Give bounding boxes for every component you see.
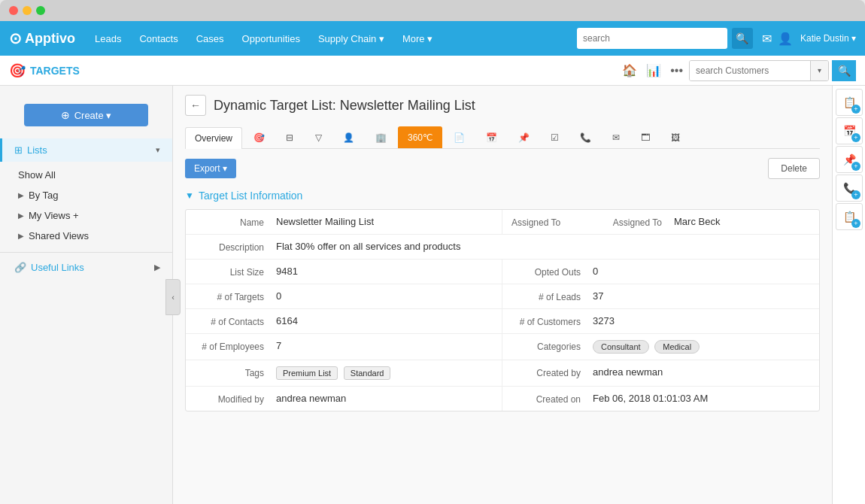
tab-target-icon: 🎯 [253, 132, 265, 143]
form-row-name: Name Newsletter Mailing List Assigned To… [186, 210, 819, 235]
tab-360[interactable]: 360℃ [398, 126, 442, 148]
tags-cell: Tags Premium List Standard [186, 360, 502, 386]
tab-window-icon: 🗔 [641, 132, 650, 143]
delete-label: Delete [781, 163, 807, 174]
sidebar: ⊕ Create ▾ ⊞ Lists ▾ Show All ▶ By Tag ▶… [0, 86, 173, 504]
tab-window[interactable]: 🗔 [631, 126, 660, 148]
targets-logo: 🎯 TARGETS [9, 62, 80, 79]
num-customers-cell: # of Customers 3273 [502, 309, 819, 333]
toolbar: Export ▾ Delete [185, 158, 820, 179]
tabs-bar: Overview 🎯 ⊟ ▽ 👤 🏢 360℃ 📄 [185, 126, 820, 149]
close-btn[interactable] [9, 6, 18, 15]
form-row-contacts: # of Contacts 6164 # of Customers 3273 [186, 309, 819, 334]
name-cell: Name Newsletter Mailing List [186, 210, 502, 234]
form-grid: Name Newsletter Mailing List Assigned To… [185, 209, 820, 411]
tags-label: Tags [195, 366, 270, 378]
home-icon[interactable]: 🏠 [619, 60, 640, 80]
nav-supply-chain[interactable]: Supply Chain ▾ [311, 33, 392, 44]
section-chevron-icon: ▼ [185, 190, 194, 201]
tab-image-icon: 🖼 [671, 132, 680, 143]
created-on-cell: Created on Feb 06, 2018 01:01:03 AM [502, 387, 819, 411]
sidebar-lists-label: Lists [27, 144, 156, 156]
right-btn-2[interactable]: 📅 + [836, 117, 863, 144]
num-contacts-label: # of Contacts [195, 315, 270, 327]
nav-cases[interactable]: Cases [189, 33, 232, 44]
messages-icon[interactable]: ✉ [762, 32, 772, 46]
num-targets-cell: # of Targets 0 [186, 284, 502, 308]
list-size-label: List Size [195, 266, 270, 278]
tab-mail[interactable]: ✉ [602, 126, 630, 148]
sidebar-collapse-button[interactable]: ‹ [165, 279, 181, 315]
maximize-btn[interactable] [36, 6, 45, 15]
customer-search: ▾ [689, 60, 829, 81]
nav-icon-area: ✉ 👤 [762, 32, 793, 46]
sidebar-divider [0, 252, 172, 253]
minimize-btn[interactable] [23, 6, 32, 15]
logo-icon: ⊙ [9, 29, 22, 47]
modified-by-label: Modified by [195, 393, 270, 405]
list-size-value: 9481 [276, 266, 493, 277]
create-label: Create ▾ [74, 110, 112, 121]
page-header: ← Dynamic Target List: Newsletter Mailin… [185, 95, 820, 116]
sidebar-useful-links[interactable]: 🔗 Useful Links ▶ [0, 256, 172, 279]
create-button[interactable]: ⊕ Create ▾ [24, 104, 148, 126]
plus-icon-3: + [851, 162, 860, 171]
profile-icon[interactable]: 👤 [778, 32, 793, 46]
num-leads-cell: # of Leads 37 [502, 284, 819, 308]
tab-pin[interactable]: 📌 [508, 126, 539, 148]
tab-calendar[interactable]: 📅 [476, 126, 507, 148]
search-input[interactable] [577, 28, 727, 49]
nav-contacts[interactable]: Contacts [132, 33, 185, 44]
plus-icon-1: + [851, 105, 860, 114]
customer-search-button[interactable]: 🔍 [832, 60, 856, 81]
back-button[interactable]: ← [185, 95, 206, 116]
main-content: ← Dynamic Target List: Newsletter Mailin… [173, 86, 832, 504]
search-button[interactable]: 🔍 [732, 28, 753, 49]
tab-building[interactable]: 🏢 [366, 126, 396, 148]
sidebar-item-lists[interactable]: ⊞ Lists ▾ [0, 138, 172, 162]
delete-button[interactable]: Delete [768, 158, 820, 179]
category-badge-medical: Medical [654, 340, 700, 354]
sidebar-show-all[interactable]: Show All [0, 165, 172, 185]
description-label: Description [195, 241, 270, 253]
customer-search-dropdown[interactable]: ▾ [810, 61, 828, 80]
tab-check[interactable]: ☑ [541, 126, 569, 148]
tab-overview[interactable]: Overview [185, 127, 242, 149]
nav-more[interactable]: More ▾ [395, 33, 440, 44]
tab-doc[interactable]: 📄 [444, 126, 475, 148]
modified-by-cell: Modified by andrea newman [186, 387, 502, 411]
right-btn-3[interactable]: 📌 + [836, 146, 863, 173]
tab-phone[interactable]: 📞 [570, 126, 601, 148]
nav-opportunities[interactable]: Opportunities [235, 33, 308, 44]
sidebar-by-tag[interactable]: ▶ By Tag [0, 185, 172, 205]
right-btn-4[interactable]: 📞 + [836, 175, 863, 202]
num-employees-label: # of Employees [195, 340, 270, 352]
tag-badge-premium: Premium List [276, 366, 338, 380]
more-icon[interactable]: ••• [667, 61, 686, 80]
sidebar-my-views[interactable]: ▶ My Views + [0, 205, 172, 226]
chart-icon[interactable]: 📊 [643, 60, 664, 80]
tab-filter[interactable]: ▽ [305, 126, 332, 148]
tab-email-preview[interactable]: ⊟ [276, 126, 303, 148]
plus-icon-4: + [851, 190, 860, 199]
right-btn-5[interactable]: 📋 + [836, 203, 863, 230]
categories-cell: Categories Consultant Medical [502, 334, 819, 360]
user-name: Katie Dustin ▾ [800, 33, 856, 44]
opted-outs-label: Opted Outs [511, 266, 587, 278]
right-btn-1[interactable]: 📋 + [836, 89, 863, 116]
tab-target[interactable]: 🎯 [244, 126, 275, 148]
targets-title: TARGETS [30, 65, 80, 77]
tab-people[interactable]: 👤 [333, 126, 364, 148]
tab-image[interactable]: 🖼 [661, 126, 690, 148]
customer-search-input[interactable] [690, 61, 810, 80]
sidebar-shared-views[interactable]: ▶ Shared Views [0, 226, 172, 246]
shared-views-arrow: ▶ [18, 232, 24, 240]
app-logo: ⊙ Apptivo [9, 29, 75, 47]
right-sidebar: 📋 + 📅 + 📌 + 📞 + 📋 + [832, 86, 865, 504]
export-button[interactable]: Export ▾ [185, 159, 236, 178]
user-menu[interactable]: Katie Dustin ▾ [800, 33, 856, 44]
back-icon: ← [190, 99, 201, 111]
nav-leads[interactable]: Leads [87, 33, 129, 44]
section-header[interactable]: ▼ Target List Information [185, 190, 820, 202]
top-nav: ⊙ Apptivo Leads Contacts Cases Opportuni… [0, 21, 865, 56]
